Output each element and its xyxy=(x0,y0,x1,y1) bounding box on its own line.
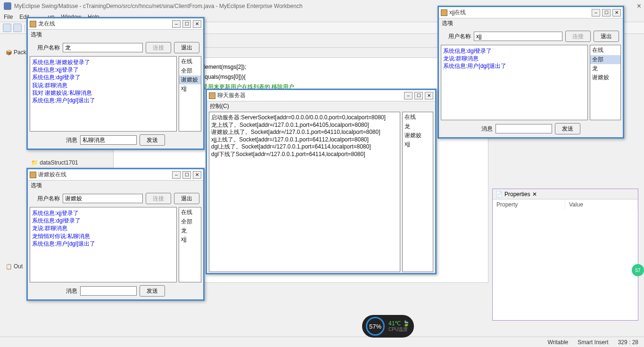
java-icon xyxy=(30,172,36,178)
menu-file[interactable]: File xyxy=(4,14,13,20)
minimize-icon[interactable]: – xyxy=(404,92,413,99)
chat-log: 系统信息:dgl登录了龙说:群聊消息系统信息:用户[dgl]退出了 xyxy=(441,45,588,120)
message-input[interactable] xyxy=(80,286,137,296)
connect-button[interactable]: 连接 xyxy=(146,193,171,204)
message-label: 消息 xyxy=(66,287,77,295)
server-log: 启动服务器:ServerSocket[addr=0.0.0.0/0.0.0.0,… xyxy=(209,112,400,272)
options-menu[interactable]: 选项 xyxy=(28,30,203,39)
options-menu[interactable]: 选项 xyxy=(28,181,203,190)
online-list[interactable]: 在线 全部 龙 谢嫦姣 xyxy=(590,45,621,120)
window-title: 谢嫦姣在线 xyxy=(38,171,170,179)
toolbar-button[interactable] xyxy=(13,24,22,32)
toolbar-button[interactable] xyxy=(3,24,11,32)
window-title: 龙在线 xyxy=(38,20,170,28)
java-icon xyxy=(30,21,36,27)
myeclipse-icon xyxy=(4,2,11,10)
status-bar: Writable Smart Insert 329 : 28 xyxy=(0,337,644,347)
message-input[interactable] xyxy=(80,135,137,145)
maximize-icon[interactable]: ☐ xyxy=(182,171,191,179)
options-menu[interactable]: 选项 xyxy=(439,18,623,28)
project-node[interactable]: 📁 dataStruct1701 xyxy=(31,159,78,166)
close-icon[interactable]: ✕ xyxy=(425,92,433,99)
username-label: 用户名称 xyxy=(32,44,60,52)
window-title: 聊天服务器 xyxy=(217,91,402,99)
message-input[interactable] xyxy=(495,124,552,133)
username-input[interactable] xyxy=(63,43,143,52)
status-writable: Writable xyxy=(547,339,568,346)
minimize-icon[interactable]: – xyxy=(592,9,600,17)
client-window-xjj: xjj在线 – ☐ ✕ 选项 用户名称 连接 退出 系统信息:dgl登录了龙说:… xyxy=(438,6,624,139)
connect-button[interactable]: 连接 xyxy=(146,42,171,53)
java-icon xyxy=(441,9,447,16)
chat-log: 系统信息:xjj登录了系统信息:dgl登录了龙说:群聊消息 龙悄悄对你说:私聊消… xyxy=(30,207,177,282)
username-input[interactable] xyxy=(63,194,143,203)
message-label: 消息 xyxy=(66,136,77,144)
properties-title: 📄 Properties ✕ xyxy=(493,189,638,199)
cpu-widget[interactable]: 57% 41℃ 🍃 CPU温度 xyxy=(362,315,414,338)
properties-panel: 📄 Properties ✕ Property Value xyxy=(492,189,638,321)
prop-col-value: Value xyxy=(565,199,638,210)
username-input[interactable] xyxy=(474,32,562,41)
maximize-icon[interactable]: ☐ xyxy=(182,20,191,28)
exit-button[interactable]: 退出 xyxy=(174,42,199,53)
close-icon[interactable]: × xyxy=(637,2,641,10)
status-insert: Smart Insert xyxy=(578,339,608,346)
username-label: 用户名称 xyxy=(32,195,60,203)
minimize-icon[interactable]: – xyxy=(172,171,181,179)
prop-col-property: Property xyxy=(493,199,565,210)
cpu-percent: 57% xyxy=(366,317,385,336)
close-icon[interactable]: ✕ xyxy=(612,9,621,17)
status-cursor: 329 : 28 xyxy=(618,339,638,346)
close-icon[interactable]: ✕ xyxy=(193,20,201,28)
online-list[interactable]: 在线 龙 谢嫦姣 xjj xyxy=(402,112,433,272)
chat-log: 系统信息:谢嫦姣登录了系统信息:xjj登录了系统信息:dgl登录了 我说:群聊消… xyxy=(30,56,177,132)
connect-button[interactable]: 连接 xyxy=(565,31,591,42)
side-badge[interactable]: 57 xyxy=(632,264,644,276)
control-menu[interactable]: 控制(C) xyxy=(207,101,435,111)
username-label: 用户名称 xyxy=(443,33,471,41)
close-icon[interactable]: ✕ xyxy=(193,171,201,179)
online-list[interactable]: 在线 全部 谢嫦姣 xjj xyxy=(179,56,201,132)
server-window: 聊天服务器 – ☐ ✕ 控制(C) 启动服务器:ServerSocket[add… xyxy=(206,89,437,274)
message-label: 消息 xyxy=(481,125,493,133)
window-title: xjj在线 xyxy=(449,8,590,17)
exit-button[interactable]: 退出 xyxy=(594,31,619,42)
package-explorer-tab[interactable]: 📦 Pack xyxy=(6,49,26,56)
maximize-icon[interactable]: ☐ xyxy=(414,92,423,99)
outline-tab[interactable]: 📋 Out xyxy=(6,263,23,270)
window-title: MyEclipse Swing/Matisse - cTrainingDemo/… xyxy=(14,3,303,9)
cpu-temp: 41℃ 🍃 xyxy=(388,320,410,327)
client-window-xie: 谢嫦姣在线 – ☐ ✕ 选项 用户名称 连接 退出 系统信息:xjj登录了系统信… xyxy=(26,168,205,301)
maximize-icon[interactable]: ☐ xyxy=(602,9,611,17)
java-icon xyxy=(209,92,215,99)
client-window-long: 龙在线 – ☐ ✕ 选项 用户名称 连接 退出 系统信息:谢嫦姣登录了系统信息:… xyxy=(26,17,205,150)
exit-button[interactable]: 退出 xyxy=(174,193,199,204)
send-button[interactable]: 发送 xyxy=(140,285,165,297)
minimize-icon[interactable]: – xyxy=(172,20,181,28)
send-button[interactable]: 发送 xyxy=(140,134,165,146)
cpu-label: CPU温度 xyxy=(388,327,410,332)
online-list[interactable]: 在线 全部 龙 xjj xyxy=(179,207,201,282)
send-button[interactable]: 发送 xyxy=(555,123,580,134)
